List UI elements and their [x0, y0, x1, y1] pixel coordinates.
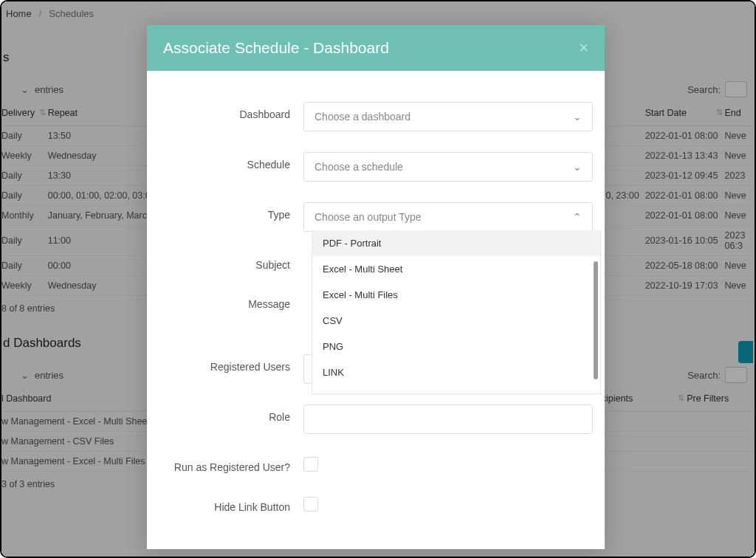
type-option[interactable]: CSV [312, 308, 600, 334]
label-hide-link: Hide Link Button [156, 495, 303, 513]
modal-title: Associate Schedule - Dashboard [163, 39, 389, 57]
dashboard-select-placeholder: Choose a dashboard [315, 111, 410, 123]
modal-header: Associate Schedule - Dashboard × [147, 25, 605, 71]
type-option[interactable]: Excel - Multi Sheet [312, 256, 600, 282]
label-subject: Subject [156, 252, 303, 271]
type-option[interactable]: PNG [312, 334, 600, 359]
run-as-checkbox[interactable] [303, 457, 318, 472]
schedule-select[interactable]: Choose a schedule ⌄ [303, 152, 593, 182]
label-dashboard: Dashboard [156, 102, 303, 120]
type-option[interactable]: LINK [312, 359, 600, 385]
type-option[interactable]: Excel - Multi Files [312, 282, 600, 308]
type-select-placeholder: Choose an output Type [315, 211, 422, 223]
dashboard-select[interactable]: Choose a dashboard ⌄ [303, 102, 593, 131]
type-option[interactable]: PDF - Portrait [312, 230, 600, 256]
label-role: Role [156, 404, 303, 423]
schedule-select-placeholder: Choose a schedule [315, 161, 403, 173]
chevron-up-icon: ⌃ [573, 211, 582, 223]
role-input[interactable] [303, 404, 593, 434]
label-type: Type [156, 202, 303, 221]
type-dropdown: PDF - PortraitExcel - Multi SheetExcel -… [312, 230, 601, 394]
label-schedule: Schedule [156, 152, 303, 170]
type-select[interactable]: Choose an output Type ⌃ [303, 202, 593, 232]
label-registered-users: Registered Users [156, 354, 303, 373]
close-icon[interactable]: × [579, 38, 588, 58]
label-message: Message [156, 292, 303, 310]
label-run-as: Run as Registered User? [156, 455, 303, 473]
chevron-down-icon: ⌄ [573, 111, 582, 123]
chevron-down-icon: ⌄ [573, 161, 582, 173]
hide-link-checkbox[interactable] [303, 497, 318, 512]
scrollbar-icon[interactable] [594, 261, 598, 379]
